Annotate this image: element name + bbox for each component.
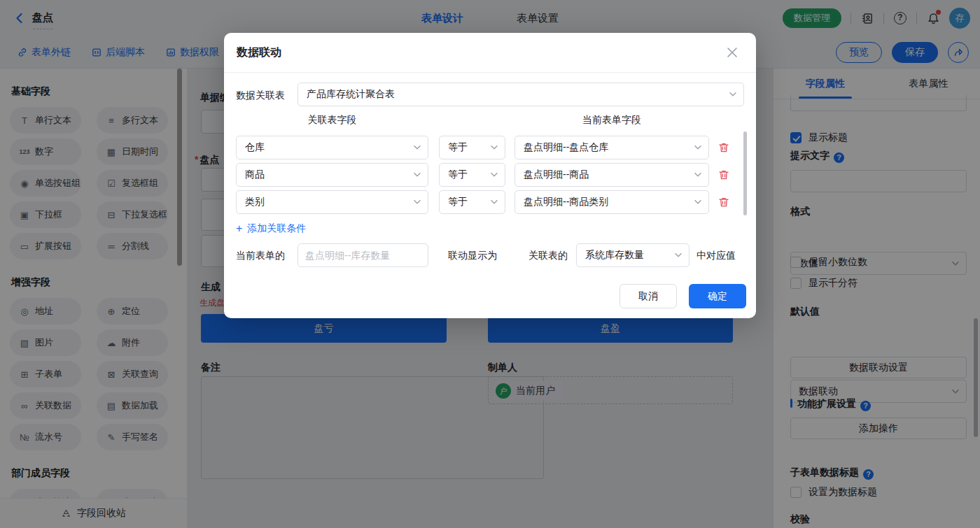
close-icon[interactable] [725, 45, 739, 59]
data-linkage-modal: 数据联动 数据关联表 产品库存统计聚合表 关联表字段 当前表单字段 仓库 等于 … [224, 33, 756, 318]
add-condition-link[interactable]: + 添加关联条件 [236, 222, 306, 235]
chevron-down-icon [694, 145, 701, 150]
chevron-down-icon [694, 173, 701, 178]
condition-right-select[interactable]: 盘点明细--商品 [514, 163, 709, 187]
condition-right-select[interactable]: 盘点明细--商品类别 [514, 190, 709, 214]
condition-op-select[interactable]: 等于 [439, 136, 505, 159]
delete-condition-icon[interactable] [718, 169, 729, 180]
chevron-down-icon [675, 253, 682, 258]
chevron-down-icon [414, 145, 421, 150]
chevron-down-icon [414, 200, 421, 205]
linkage-prefix-label: 当前表单的 [236, 250, 285, 262]
delete-condition-icon[interactable] [718, 142, 729, 153]
condition-left-select[interactable]: 仓库 [236, 136, 428, 159]
chevron-down-icon [491, 200, 498, 205]
modal-header-divider [224, 72, 756, 73]
condition-op-select[interactable]: 等于 [439, 190, 505, 214]
column-header-left: 关联表字段 [236, 114, 428, 127]
condition-row: 仓库 等于 盘点明细--盘点仓库 [224, 136, 756, 159]
current-form-field-input[interactable] [298, 243, 428, 267]
chevron-down-icon [491, 145, 498, 150]
condition-left-select[interactable]: 类别 [236, 190, 428, 214]
linkage-suffix-label: 中对应值 [696, 250, 736, 262]
relation-field-select[interactable]: 系统库存数量 [576, 243, 690, 267]
app-root: 盘点 表单设计 表单设置 数据管理 ? 存 表单外链 后端脚本 数据权限 预览 … [0, 0, 980, 528]
chevron-down-icon [694, 200, 701, 205]
modal-scrollbar[interactable] [743, 131, 747, 215]
column-header-right: 当前表单字段 [514, 114, 709, 127]
condition-row: 类别 等于 盘点明细--商品类别 [224, 190, 756, 214]
relation-prefix-label: 关联表的 [528, 250, 568, 262]
chevron-down-icon [491, 173, 498, 178]
condition-row: 商品 等于 盘点明细--商品 [224, 163, 756, 187]
modal-title: 数据联动 [237, 45, 281, 60]
condition-left-select[interactable]: 商品 [236, 163, 428, 187]
condition-right-select[interactable]: 盘点明细--盘点仓库 [514, 136, 709, 159]
relation-table-label: 数据关联表 [236, 90, 285, 102]
condition-op-select[interactable]: 等于 [439, 163, 505, 187]
delete-condition-icon[interactable] [718, 197, 729, 208]
linkage-mid-label: 联动显示为 [448, 250, 497, 262]
confirm-button[interactable]: 确定 [689, 284, 746, 308]
relation-table-select[interactable]: 产品库存统计聚合表 [298, 83, 744, 106]
plus-icon: + [236, 224, 242, 234]
chevron-down-icon [729, 92, 736, 97]
chevron-down-icon [414, 173, 421, 178]
cancel-button[interactable]: 取消 [620, 284, 677, 308]
